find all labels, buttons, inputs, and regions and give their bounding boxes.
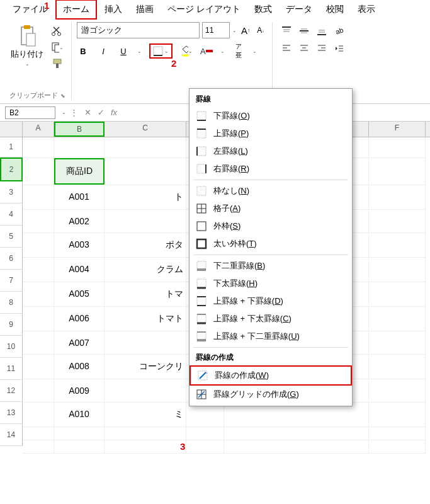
align-center-button[interactable]	[298, 42, 310, 55]
border-menu-item[interactable]: 格子(A)	[190, 200, 352, 217]
cell-C7[interactable]: トマ	[105, 282, 186, 306]
tab-draw[interactable]: 描画	[130, 1, 160, 18]
cell-B2[interactable]: 商品ID	[54, 158, 105, 185]
row-header-5[interactable]: 5	[0, 226, 23, 248]
cell-B8[interactable]: A006	[54, 307, 105, 331]
cell-F4[interactable]	[369, 210, 426, 232]
cell-B4[interactable]: A002	[54, 210, 105, 232]
align-left-button[interactable]	[280, 42, 293, 55]
cell-F10[interactable]	[369, 355, 426, 379]
cell-F2[interactable]	[369, 158, 426, 185]
bold-button[interactable]: B	[77, 45, 89, 57]
cut-button[interactable]	[51, 25, 64, 37]
border-menu-item[interactable]: 下罫線(O)	[190, 107, 352, 125]
cell-C12[interactable]: ミ	[105, 403, 186, 427]
phonetic-button[interactable]: ア亜	[232, 45, 245, 57]
cell-B12[interactable]: A010	[54, 403, 105, 427]
col-header-A[interactable]: A	[23, 122, 54, 137]
cell-C14[interactable]	[105, 440, 186, 453]
cell-E14[interactable]	[224, 440, 369, 453]
cell-B7[interactable]: A005	[54, 282, 105, 306]
italic-button[interactable]: I	[97, 45, 110, 57]
border-menu-item[interactable]: 左罫線(L)	[190, 142, 352, 160]
cell-B13[interactable]	[54, 427, 105, 440]
cell-A14[interactable]	[23, 440, 54, 453]
cell-B11[interactable]: A009	[54, 379, 105, 402]
cell-F3[interactable]	[369, 185, 426, 209]
draw-border-grid-item[interactable]: 罫線グリッドの作成(G)	[190, 386, 352, 403]
row-header-14[interactable]: 14	[0, 424, 23, 446]
border-menu-item[interactable]: 右罫線(R)	[190, 160, 352, 178]
orientation-button[interactable]: ab	[333, 25, 346, 37]
fill-color-button[interactable]: ⌄	[180, 45, 193, 57]
paste-button[interactable]: 貼り付け ⌄	[8, 22, 46, 72]
cell-F9[interactable]	[369, 331, 426, 354]
tab-formulas[interactable]: 数式	[248, 1, 278, 18]
cell-D13[interactable]	[186, 427, 224, 440]
cell-D14[interactable]	[186, 440, 224, 453]
border-menu-item[interactable]: 上罫線(P)	[190, 125, 352, 142]
cell-A1[interactable]	[23, 137, 54, 158]
cell-F8[interactable]	[369, 307, 426, 331]
cell-A9[interactable]	[23, 331, 54, 354]
cell-A4[interactable]	[23, 210, 54, 232]
border-menu-item[interactable]: 外枠(S)	[190, 217, 352, 235]
cell-C3[interactable]: ト	[105, 185, 186, 209]
align-bottom-button[interactable]	[315, 25, 328, 37]
tab-review[interactable]: 校閲	[320, 1, 350, 18]
cell-F13[interactable]	[369, 427, 426, 440]
cell-C1[interactable]	[105, 137, 186, 158]
row-header-2[interactable]: 2	[0, 158, 23, 181]
cell-A13[interactable]	[23, 427, 54, 440]
cell-A3[interactable]	[23, 185, 54, 209]
cell-C13[interactable]	[105, 427, 186, 440]
row-header-9[interactable]: 9	[0, 314, 23, 336]
cell-F14[interactable]	[369, 440, 426, 453]
name-box[interactable]	[5, 106, 55, 119]
tab-data[interactable]: データ	[280, 1, 319, 18]
row-header-11[interactable]: 11	[0, 358, 23, 380]
cell-C10[interactable]: コーンクリ	[105, 355, 186, 379]
row-header-6[interactable]: 6	[0, 248, 23, 270]
font-name-select[interactable]	[77, 22, 200, 38]
cell-A12[interactable]	[23, 403, 54, 427]
increase-font-button[interactable]: A↑	[239, 24, 252, 37]
align-top-button[interactable]	[280, 25, 293, 37]
cell-F12[interactable]	[369, 403, 426, 427]
row-header-13[interactable]: 13	[0, 402, 23, 424]
cancel-icon[interactable]: ✕	[84, 108, 91, 117]
row-header-10[interactable]: 10	[0, 336, 23, 358]
cell-C9[interactable]	[105, 331, 186, 354]
row-header-7[interactable]: 7	[0, 270, 23, 292]
copy-button[interactable]: ⌄	[51, 41, 64, 54]
cell-B1[interactable]	[54, 137, 105, 158]
border-button[interactable]: ⌄	[149, 43, 173, 59]
align-middle-button[interactable]	[298, 25, 310, 37]
border-menu-item[interactable]: 下二重罫線(B)	[190, 257, 352, 275]
cell-A7[interactable]	[23, 282, 54, 306]
cell-A5[interactable]	[23, 233, 54, 257]
cell-C6[interactable]: クラム	[105, 258, 186, 282]
cell-B9[interactable]: A007	[54, 331, 105, 354]
cell-C8[interactable]: トマト	[105, 307, 186, 331]
tab-home[interactable]: ホーム	[55, 0, 97, 20]
row-header-12[interactable]: 12	[0, 380, 23, 402]
cell-C2[interactable]	[105, 158, 186, 185]
decrease-indent-button[interactable]	[333, 42, 346, 55]
cell-B5[interactable]: A003	[54, 233, 105, 257]
cell-C4[interactable]	[105, 210, 186, 232]
tab-pagelayout[interactable]: ページ レイアウト	[161, 1, 247, 18]
col-header-B[interactable]: B	[54, 122, 105, 137]
dialog-launcher-icon[interactable]: ⬊	[60, 93, 65, 99]
cell-F6[interactable]	[369, 258, 426, 282]
cell-F7[interactable]	[369, 282, 426, 306]
decrease-font-button[interactable]: A↓	[254, 24, 267, 37]
cell-A2[interactable]	[23, 158, 54, 185]
row-header-8[interactable]: 8	[0, 292, 23, 314]
underline-button[interactable]: U	[117, 45, 130, 57]
font-size-select[interactable]	[202, 22, 230, 38]
row-header-1[interactable]: 1	[0, 137, 23, 158]
enter-icon[interactable]: ✓	[98, 108, 105, 117]
cell-F1[interactable]	[369, 137, 426, 158]
tab-insert[interactable]: 挿入	[98, 1, 128, 18]
